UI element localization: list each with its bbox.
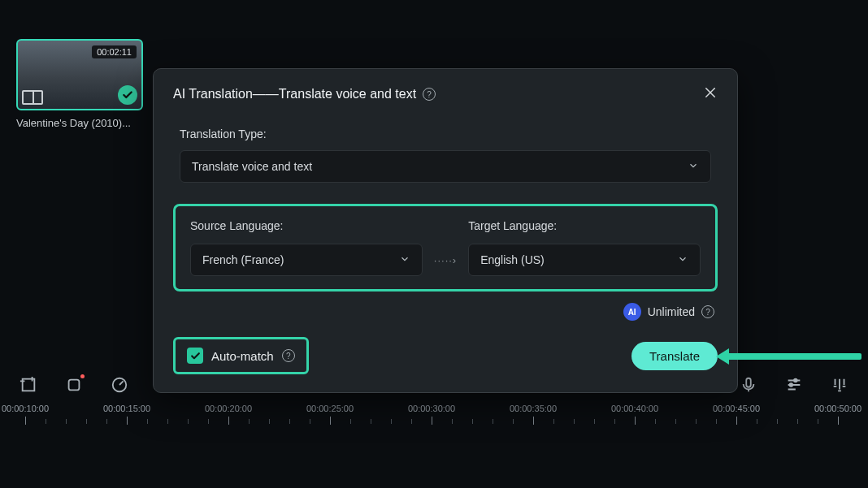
translation-type-label: Translation Type: (180, 127, 711, 140)
timeline-time-label: 00:00:30:00 (408, 404, 455, 413)
direction-arrow-icon: ·····› (434, 254, 457, 276)
chevron-down-icon (677, 253, 688, 267)
timeline-time-label: 00:00:40:00 (611, 404, 658, 413)
timeline-time-label: 00:00:20:00 (205, 404, 252, 413)
speed-tool-icon[interactable] (111, 376, 128, 394)
timeline-time-label: 00:00:35:00 (510, 404, 557, 413)
microphone-icon[interactable] (740, 376, 757, 394)
auto-match-group: Auto-match ? (173, 337, 309, 374)
chevron-down-icon (399, 253, 410, 267)
help-icon[interactable]: ? (282, 349, 295, 362)
svg-point-8 (790, 383, 793, 387)
timeline-time-label: 00:00:50:00 (814, 404, 861, 413)
auto-match-label: Auto-match (211, 349, 274, 363)
source-language-label: Source Language: (190, 219, 423, 232)
media-clip-thumbnail[interactable]: 00:02:11 (16, 39, 143, 110)
target-language-label: Target Language: (468, 219, 701, 232)
svg-rect-1 (69, 380, 80, 391)
help-icon[interactable]: ? (701, 305, 714, 318)
clip-duration-badge: 00:02:11 (92, 45, 137, 58)
svg-rect-6 (746, 378, 751, 387)
annotation-arrow (727, 353, 861, 360)
dialog-title: AI Translation——Translate voice and text (173, 87, 416, 101)
crop-tool-icon[interactable] (20, 376, 37, 394)
clip-filename-label: Valentine's Day (2010)... (16, 117, 143, 129)
timeline-time-label: 00:00:25:00 (306, 404, 354, 413)
ai-translation-dialog: AI Translation——Translate voice and text… (153, 68, 738, 393)
mask-tool-icon[interactable] (65, 376, 83, 394)
timeline-time-label: 00:00:15:00 (103, 404, 150, 413)
target-language-value: English (US) (480, 253, 545, 266)
audio-mixer-icon[interactable] (785, 376, 803, 394)
translation-type-select[interactable]: Translate voice and text (180, 150, 711, 183)
svg-point-7 (794, 379, 797, 382)
credits-status-label: Unlimited (648, 305, 695, 318)
chevron-down-icon (688, 160, 699, 174)
timeline-ruler[interactable]: 00:00:10:0000:00:15:0000:00:20:0000:00:2… (0, 404, 868, 428)
auto-match-checkbox[interactable] (187, 348, 203, 364)
ai-badge-icon: AI (623, 303, 641, 321)
source-language-select[interactable]: French (France) (190, 244, 423, 276)
close-button[interactable] (703, 85, 718, 103)
language-selection-group: Source Language: French (France) ·····› … (173, 204, 718, 292)
translation-type-value: Translate voice and text (192, 160, 312, 173)
target-language-select[interactable]: English (US) (468, 244, 701, 276)
filmstrip-icon (22, 90, 43, 105)
translate-button[interactable]: Translate (631, 342, 718, 370)
source-language-value: French (France) (202, 253, 284, 266)
markers-icon[interactable] (831, 376, 848, 394)
help-icon[interactable]: ? (423, 88, 436, 101)
timeline-time-label: 00:00:10:00 (2, 404, 49, 413)
timeline-time-label: 00:00:45:00 (713, 404, 760, 413)
clip-selected-check-icon (118, 85, 137, 105)
